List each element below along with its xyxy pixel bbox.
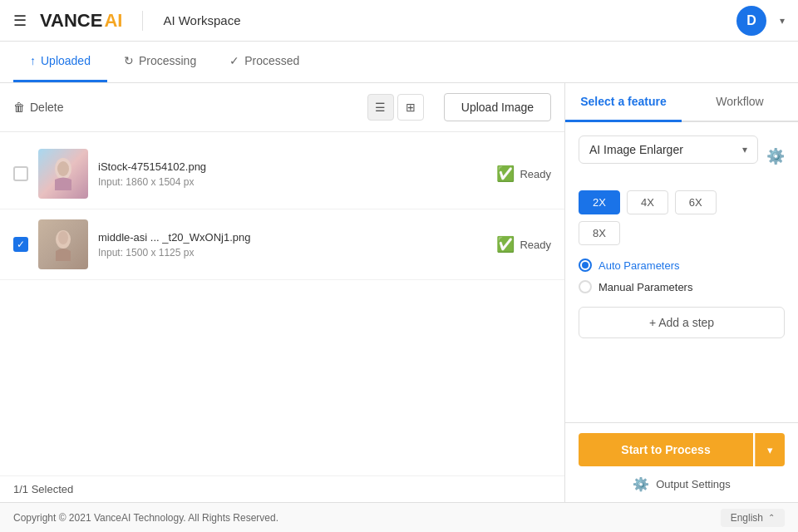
auto-parameters-label: Auto Parameters <box>598 259 680 272</box>
process-section: Start to Process ▾ ⚙️ Output Settings <box>565 422 798 502</box>
file1-status-icon: ✅ <box>496 165 515 183</box>
logo: VANCE AI <box>40 10 122 32</box>
logo-vance: VANCE <box>40 10 102 32</box>
list-item[interactable]: iStock-475154102.png Input: 1860 x 1504 … <box>0 139 564 209</box>
avatar-caret-icon[interactable]: ▾ <box>780 15 785 27</box>
delete-label: Delete <box>30 101 63 114</box>
scale-options: 2X 4X 6X <box>579 190 785 214</box>
copyright-text: Copyright © 2021 VanceAI Technology. All… <box>13 512 278 524</box>
file2-checkbox[interactable]: ✓ <box>13 237 28 252</box>
selected-info: 1/1 Selected <box>0 475 564 502</box>
dropdown-caret-icon: ▾ <box>742 144 747 155</box>
tab-processed-label: Processed <box>244 54 299 67</box>
tab-uploaded[interactable]: ↑ Uploaded <box>13 42 107 82</box>
output-settings-icon: ⚙️ <box>633 476 649 492</box>
scale-4x-button[interactable]: 4X <box>627 190 668 214</box>
add-step-button[interactable]: + Add a step <box>579 307 785 338</box>
language-chevron-icon: ⌃ <box>768 513 775 522</box>
processed-icon: ✓ <box>229 54 239 67</box>
right-panel: Select a feature Workflow AI Image Enlar… <box>565 83 798 502</box>
header: ☰ VANCE AI AI Workspace D ▾ <box>0 0 798 42</box>
file-list: iStock-475154102.png Input: 1860 x 1504 … <box>0 132 564 475</box>
workspace-title: AI Workspace <box>163 13 723 27</box>
file2-status-icon: ✅ <box>496 235 515 254</box>
file1-name: iStock-475154102.png <box>98 160 486 173</box>
tab-processing[interactable]: ↻ Processing <box>107 42 213 82</box>
svg-point-1 <box>57 161 69 176</box>
file2-dimensions: Input: 1500 x 1125 px <box>98 247 486 259</box>
output-settings-label: Output Settings <box>656 478 731 490</box>
tab-uploaded-label: Uploaded <box>41 54 91 67</box>
file2-name: middle-asi ... _t20_WxONj1.png <box>98 231 486 244</box>
file1-status: ✅ Ready <box>496 165 551 183</box>
trash-icon: 🗑 <box>13 101 25 114</box>
scale-8x-button[interactable]: 8X <box>579 221 620 245</box>
grid-view-button[interactable]: ⊞ <box>397 94 424 121</box>
auto-parameters-radio[interactable] <box>579 259 592 272</box>
file2-status-text: Ready <box>520 239 551 251</box>
feature-tabs: Select a feature Workflow <box>565 83 798 122</box>
tab-select-feature[interactable]: Select a feature <box>565 83 682 122</box>
list-item[interactable]: ✓ middle-asi ... _t20_WxONj1.png Input: … <box>0 209 564 280</box>
main-tabs: ↑ Uploaded ↻ Processing ✓ Processed <box>0 42 798 83</box>
language-selector[interactable]: English ⌃ <box>721 509 785 527</box>
manual-parameters-option[interactable]: Manual Parameters <box>579 280 785 293</box>
upload-image-button[interactable]: Upload Image <box>444 93 551 121</box>
main-content: 🗑 Delete ☰ ⊞ Upload Image <box>0 83 798 502</box>
avatar[interactable]: D <box>736 6 766 36</box>
scale-options-row2: 8X <box>579 221 785 245</box>
tab-processed[interactable]: ✓ Processed <box>213 42 316 82</box>
file1-status-text: Ready <box>520 168 551 180</box>
footer: Copyright © 2021 VanceAI Technology. All… <box>0 502 798 532</box>
hamburger-menu[interactable]: ☰ <box>13 12 27 30</box>
parameter-options: Auto Parameters Manual Parameters <box>579 259 785 293</box>
right-panel-content: AI Image Enlarger ▾ ⚙️ 2X 4X 6X 8X Auto … <box>565 122 798 422</box>
process-button-row: Start to Process ▾ <box>579 433 785 466</box>
processing-icon: ↻ <box>124 54 134 67</box>
feature-dropdown-label: AI Image Enlarger <box>589 143 736 156</box>
manual-parameters-label: Manual Parameters <box>598 281 692 293</box>
start-process-button[interactable]: Start to Process <box>579 433 753 466</box>
output-settings[interactable]: ⚙️ Output Settings <box>579 476 785 492</box>
scale-6x-button[interactable]: 6X <box>675 190 717 214</box>
file1-checkbox[interactable] <box>13 166 28 181</box>
process-caret-button[interactable]: ▾ <box>755 433 785 466</box>
header-divider <box>142 11 143 31</box>
file2-thumbnail <box>38 219 88 269</box>
delete-button[interactable]: 🗑 Delete <box>13 101 63 114</box>
list-view-button[interactable]: ☰ <box>367 94 394 121</box>
file1-dimensions: Input: 1860 x 1504 px <box>98 176 486 188</box>
tab-processing-label: Processing <box>139 54 196 67</box>
tab-workflow[interactable]: Workflow <box>682 83 798 122</box>
manual-parameters-radio[interactable] <box>579 280 592 293</box>
language-label: English <box>731 512 763 524</box>
file1-info: iStock-475154102.png Input: 1860 x 1504 … <box>98 160 486 188</box>
file1-thumbnail <box>38 149 88 199</box>
view-toggle: ☰ ⊞ <box>367 94 424 121</box>
file2-info: middle-asi ... _t20_WxONj1.png Input: 15… <box>98 231 486 259</box>
auto-parameters-option[interactable]: Auto Parameters <box>579 259 785 272</box>
logo-ai: AI <box>104 10 122 32</box>
left-panel: 🗑 Delete ☰ ⊞ Upload Image <box>0 83 565 502</box>
feature-settings-icon[interactable]: ⚙️ <box>766 147 785 165</box>
upload-icon: ↑ <box>30 54 36 67</box>
toolbar: 🗑 Delete ☰ ⊞ Upload Image <box>0 83 564 132</box>
feature-dropdown[interactable]: AI Image Enlarger ▾ <box>579 135 758 164</box>
svg-point-3 <box>58 231 68 244</box>
file2-status: ✅ Ready <box>496 235 551 254</box>
scale-2x-button[interactable]: 2X <box>579 190 620 214</box>
